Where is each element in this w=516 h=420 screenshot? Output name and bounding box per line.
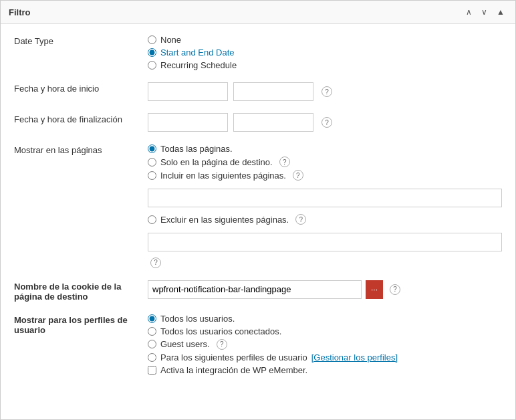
show-exclude-help-icon[interactable]: ? (295, 214, 306, 225)
end-datetime-row: Fecha y hora de finalización ? (14, 113, 502, 132)
all-users-option[interactable]: Todos los usuarios. (148, 314, 502, 324)
show-pages-row: Mostrar en las páginas Todas las páginas… (14, 144, 502, 268)
show-destination-help-icon[interactable]: ? (279, 156, 290, 167)
user-profiles-field: Todos los usuarios. Todos los usuarios c… (148, 314, 502, 375)
cookie-label: Nombre de la cookie de la página de dest… (14, 280, 148, 302)
guest-users-help-icon[interactable]: ? (217, 339, 227, 350)
end-datetime-inputs: ? (148, 113, 502, 132)
cookie-help-icon[interactable]: ? (390, 284, 400, 295)
show-pages-label: Mostrar en las páginas (14, 144, 148, 155)
date-type-start-end-option[interactable]: Start and End Date (148, 47, 502, 58)
start-date-input[interactable] (148, 82, 228, 101)
panel-up-btn[interactable]: ∧ (463, 6, 475, 18)
show-include-help-icon[interactable]: ? (293, 170, 303, 181)
cookie-input[interactable] (148, 280, 362, 299)
date-type-recurring-radio[interactable] (148, 61, 156, 70)
show-include-option[interactable]: Incluir en las siguientes páginas. ? (148, 170, 502, 181)
date-type-row: Date Type None Start and End Date Recurr… (14, 35, 502, 70)
show-exclude-radio[interactable] (148, 215, 156, 224)
pages-help-icon-bottom: ? (148, 257, 502, 268)
date-type-radio-group: None Start and End Date Recurring Schedu… (148, 35, 502, 70)
cookie-field-wrap: ··· ? (148, 280, 502, 299)
end-datetime-label: Fecha y hora de finalización (14, 113, 148, 124)
filtro-panel: Filtro ∧ ∨ ▲ Date Type None Start and En… (0, 0, 516, 420)
manage-profiles-link[interactable]: [Gestionar los perfiles] (311, 352, 398, 362)
start-datetime-inputs: ? (148, 82, 502, 101)
user-profiles-row: Mostrar para los perfiles de usuario Tod… (14, 314, 502, 375)
logged-in-label: Todos los usuarios conectados. (160, 326, 281, 336)
end-time-input[interactable] (233, 113, 313, 132)
panel-header: Filtro ∧ ∨ ▲ (1, 1, 515, 24)
date-type-label: Date Type (14, 35, 148, 46)
show-all-pages-label: Todas las páginas. (160, 144, 233, 154)
show-pages-radio-group: Todas las páginas. Solo en la página de … (148, 144, 502, 268)
show-all-pages-radio[interactable] (148, 144, 156, 153)
show-include-label: Incluir en las siguientes páginas. (160, 171, 286, 181)
profiles-label: Para los siguientes perfiles de usuario (160, 352, 307, 362)
date-type-start-end-label: Start and End Date (160, 47, 235, 58)
start-datetime-help-icon[interactable]: ? (321, 86, 332, 97)
guest-users-label: Guest users. (160, 339, 210, 349)
panel-controls: ∧ ∨ ▲ (463, 6, 507, 18)
start-datetime-label: Fecha y hora de inicio (14, 82, 148, 94)
start-datetime-field: ? (148, 82, 502, 101)
wpmember-option[interactable]: Activa la integración de WP eMember. (148, 365, 502, 375)
date-type-recurring-label: Recurring Schedule (160, 60, 237, 70)
date-type-none-radio[interactable] (148, 35, 156, 44)
exclude-pages-input-wrap (148, 230, 502, 251)
end-date-input[interactable] (148, 113, 228, 132)
date-type-none-label: None (160, 35, 181, 45)
panel-down-btn[interactable]: ∨ (479, 6, 490, 18)
show-destination-label: Solo en la página de destino. (160, 157, 273, 167)
guest-users-option[interactable]: Guest users. ? (148, 339, 502, 350)
panel-title: Filtro (9, 7, 31, 17)
date-type-field: None Start and End Date Recurring Schedu… (148, 35, 502, 70)
wpmember-label: Activa la integración de WP eMember. (160, 365, 307, 375)
guest-users-radio[interactable] (148, 340, 156, 348)
show-destination-option[interactable]: Solo en la página de destino. ? (148, 156, 502, 167)
date-type-recurring-option[interactable]: Recurring Schedule (148, 60, 502, 70)
all-users-label: Todos los usuarios. (160, 314, 235, 324)
start-time-input[interactable] (233, 82, 313, 101)
start-datetime-row: Fecha y hora de inicio ? (14, 82, 502, 101)
wpmember-checkbox[interactable] (148, 366, 156, 375)
show-exclude-label: Excluir en las siguientes páginas. (160, 215, 289, 225)
logged-in-option[interactable]: Todos los usuarios conectados. (148, 326, 502, 336)
end-datetime-help-icon[interactable]: ? (321, 117, 332, 128)
user-profiles-radio-group: Todos los usuarios. Todos los usuarios c… (148, 314, 502, 375)
show-pages-field: Todas las páginas. Solo en la página de … (148, 144, 502, 268)
show-all-pages-option[interactable]: Todas las páginas. (148, 144, 502, 154)
date-type-start-end-radio[interactable] (148, 48, 156, 57)
profiles-radio[interactable] (148, 353, 156, 362)
end-datetime-field: ? (148, 113, 502, 132)
include-pages-input-wrap (148, 186, 502, 207)
show-include-radio[interactable] (148, 171, 156, 180)
show-exclude-option[interactable]: Excluir en las siguientes páginas. ? (148, 214, 502, 225)
exclude-pages-input[interactable] (148, 233, 502, 251)
show-destination-radio[interactable] (148, 158, 156, 167)
cookie-row: Nombre de la cookie de la página de dest… (14, 280, 502, 302)
logged-in-radio[interactable] (148, 327, 156, 336)
panel-collapse-btn[interactable]: ▲ (494, 6, 507, 18)
cookie-btn[interactable]: ··· (366, 280, 383, 299)
pages-bottom-help-icon[interactable]: ? (150, 257, 161, 268)
cookie-field: ··· ? (148, 280, 502, 299)
include-pages-input[interactable] (148, 189, 502, 207)
profiles-option[interactable]: Para los siguientes perfiles de usuario … (148, 352, 502, 362)
user-profiles-label: Mostrar para los perfiles de usuario (14, 314, 148, 335)
date-type-none-option[interactable]: None (148, 35, 502, 45)
panel-body: Date Type None Start and End Date Recurr… (1, 24, 515, 398)
all-users-radio[interactable] (148, 314, 156, 323)
